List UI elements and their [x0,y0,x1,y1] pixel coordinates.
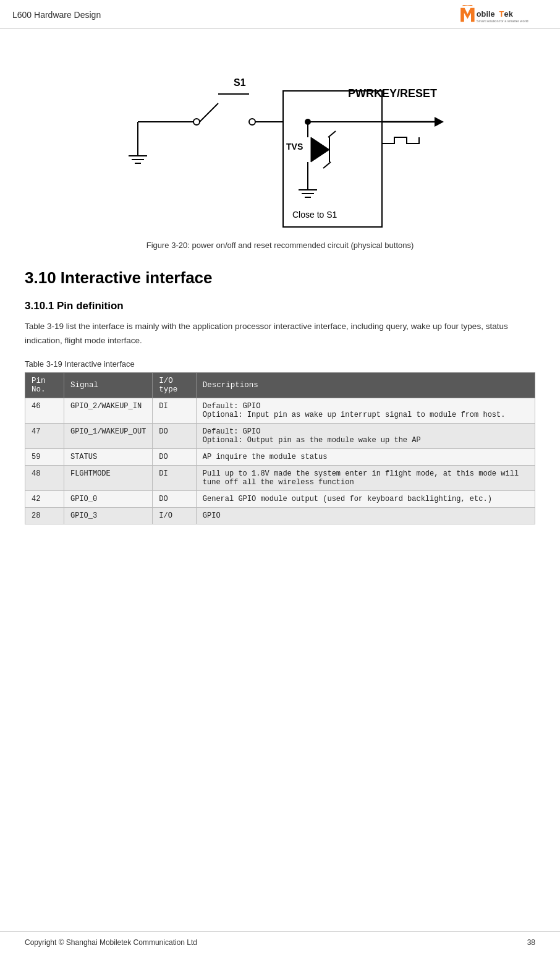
table-header-row: Pin No. Signal I/O type Descriptions [25,372,535,398]
table-cell: GPIO_3 [64,507,152,524]
table-cell: FLGHTMODE [64,465,152,490]
table-cell: 47 [25,423,64,448]
page-header: L600 Hardware Design obile T ek Smart so… [0,0,560,29]
table-cell: GPIO_1/WAKEUP_OUT [64,423,152,448]
table-cell: AP inquire the module status [196,448,535,465]
col-header-signal: Signal [64,372,152,398]
svg-text:obile: obile [477,9,495,19]
table-cell: DO [153,448,196,465]
section-heading: 3.10 Interactive interface [25,268,535,288]
svg-text:TVS: TVS [286,142,303,152]
svg-line-24 [328,131,336,137]
svg-line-25 [323,162,331,168]
svg-rect-18 [283,91,382,227]
table-row: 42GPIO_0DOGeneral GPIO module output (us… [25,490,535,507]
logo-area: obile T ek Smart solution for a smarter … [459,5,548,25]
interactive-interface-table: Pin No. Signal I/O type Descriptions 46G… [25,372,535,524]
circuit-diagram-svg: S1 TVS [88,41,472,233]
svg-point-13 [249,119,255,125]
table-cell: 48 [25,465,64,490]
table-cell: 46 [25,398,64,423]
table-cell: General GPIO module output (used for key… [196,490,535,507]
table-row: 28GPIO_3I/OGPIO [25,507,535,524]
table-row: 48FLGHTMODEDIPull up to 1.8V made the sy… [25,465,535,490]
copyright-text: Copyright © Shanghai Mobiletek Communica… [25,938,197,947]
table-cell: 28 [25,507,64,524]
svg-text:Smart solution for a smarter w: Smart solution for a smarter world [477,19,528,23]
figure-area: S1 TVS [25,41,535,250]
svg-marker-22 [311,137,329,162]
table-row: 59STATUSDOAP inquire the module status [25,448,535,465]
mobiletek-logo: obile T ek Smart solution for a smarter … [459,5,548,25]
svg-point-12 [193,119,200,125]
svg-text:ek: ek [504,9,514,19]
table-cell: DI [153,398,196,423]
svg-text:S1: S1 [234,77,246,88]
svg-line-14 [200,103,218,122]
col-header-pin: Pin No. [25,372,64,398]
table-cell: DO [153,490,196,507]
col-header-io: I/O type [153,372,196,398]
svg-text:T: T [499,9,504,19]
table-cell: 42 [25,490,64,507]
table-cell: DO [153,423,196,448]
svg-marker-33 [435,117,444,127]
table-cell: I/O [153,507,196,524]
svg-text:Close to S1: Close to S1 [292,210,337,220]
col-header-desc: Descriptions [196,372,535,398]
svg-text:PWRKEY/RESET: PWRKEY/RESET [348,87,437,100]
table-cell: 59 [25,448,64,465]
subsection-heading: 3.10.1 Pin definition [25,300,535,312]
table-cell: GPIO_0 [64,490,152,507]
main-content: S1 TVS [0,29,560,562]
table-cell: STATUS [64,448,152,465]
svg-marker-0 [460,8,474,22]
figure-caption: Figure 3-20: power on/off and reset reco… [146,241,414,250]
table-row: 47GPIO_1/WAKEUP_OUTDODefault: GPIOOption… [25,423,535,448]
document-title: L600 Hardware Design [12,10,101,20]
page-number: 38 [527,938,535,947]
table-cell: Default: GPIOOptional: Input pin as wake… [196,398,535,423]
table-cell: GPIO_2/WAKEUP_IN [64,398,152,423]
table-cell: Default: GPIOOptional: Output pin as the… [196,423,535,448]
table-row: 46GPIO_2/WAKEUP_INDIDefault: GPIOOptiona… [25,398,535,423]
section-body-text: Table 3-19 list the interface is mainly … [25,320,535,348]
table-cell: DI [153,465,196,490]
table-cell: GPIO [196,507,535,524]
table-label: Table 3-19 Interactive interface [25,359,535,369]
page-footer: Copyright © Shanghai Mobiletek Communica… [0,931,560,953]
table-cell: Pull up to 1.8V made the system enter in… [196,465,535,490]
